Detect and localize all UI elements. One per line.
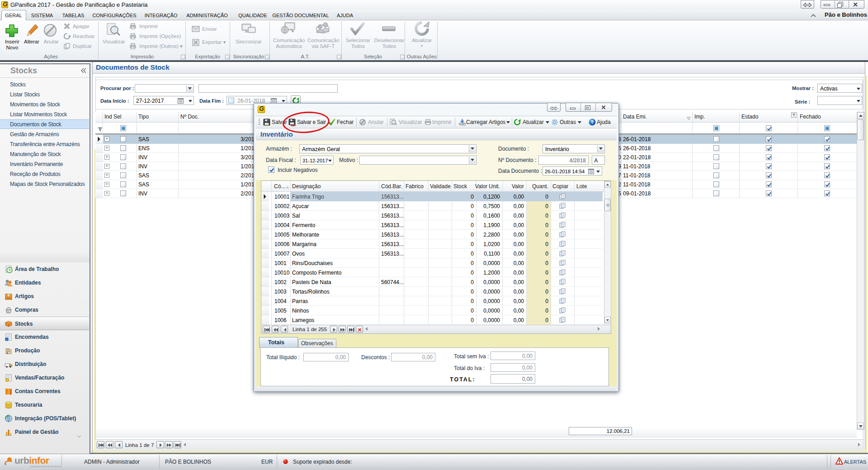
svg-text:i: i	[6, 338, 7, 341]
svg-text:?: ?	[591, 119, 594, 125]
